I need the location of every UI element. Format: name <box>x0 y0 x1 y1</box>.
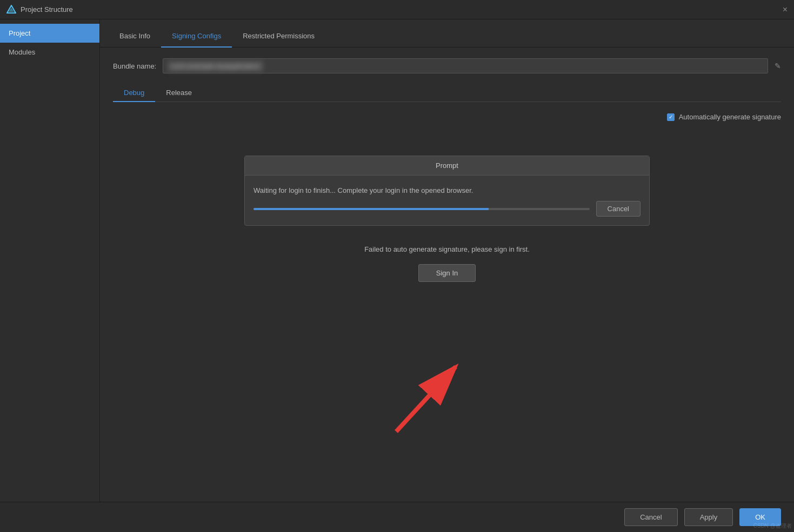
watermark: CSDN @盗理者 <box>753 522 792 530</box>
prompt-progress-bar <box>253 208 590 210</box>
prompt-progress-row: Cancel <box>253 201 640 217</box>
cancel-button[interactable]: Cancel <box>624 508 677 526</box>
title-bar-title: Project Structure <box>21 5 73 14</box>
sidebar-item-modules[interactable]: Modules <box>0 43 99 62</box>
auto-generate-row: Automatically generate signature <box>113 113 781 121</box>
edit-bundle-icon[interactable]: ✎ <box>775 62 781 70</box>
prompt-message: Waiting for login to finish... Complete … <box>253 186 640 194</box>
tab-signing-configs[interactable]: Signing Configs <box>161 25 232 48</box>
sub-tab-debug[interactable]: Debug <box>113 84 155 102</box>
bundle-name-value: com.example.myapplication <box>168 61 263 71</box>
sign-in-button[interactable]: Sign In <box>418 264 476 282</box>
prompt-title: Prompt <box>245 156 649 176</box>
title-bar-left: Project Structure <box>6 5 73 15</box>
bundle-name-label: Bundle name: <box>113 62 156 70</box>
prompt-cancel-button[interactable]: Cancel <box>596 201 640 217</box>
close-button[interactable]: × <box>783 5 788 14</box>
status-message: Failed to auto generate signature, pleas… <box>113 245 781 253</box>
app-logo-icon <box>6 5 16 15</box>
svg-line-3 <box>396 367 456 432</box>
bundle-name-row: Bundle name: com.example.myapplication ✎ <box>113 58 781 73</box>
prompt-body: Waiting for login to finish... Complete … <box>245 176 649 225</box>
content-body: Bundle name: com.example.myapplication ✎… <box>100 48 794 502</box>
tabs-row: Basic Info Signing Configs Restricted Pe… <box>100 19 794 48</box>
sub-tab-release[interactable]: Release <box>155 84 203 102</box>
arrow-annotation <box>364 351 483 437</box>
prompt-dialog: Prompt Waiting for login to finish... Co… <box>244 156 650 226</box>
sidebar-item-project[interactable]: Project <box>0 24 99 43</box>
apply-button[interactable]: Apply <box>684 508 733 526</box>
main-layout: Project Modules Basic Info Signing Confi… <box>0 19 794 502</box>
tab-restricted-permissions[interactable]: Restricted Permissions <box>232 25 325 48</box>
title-bar: Project Structure × <box>0 0 794 19</box>
prompt-progress-fill <box>253 208 489 210</box>
sub-tabs-row: Debug Release <box>113 84 781 102</box>
auto-generate-label: Automatically generate signature <box>679 113 781 121</box>
sidebar: Project Modules <box>0 19 100 502</box>
content-area: Basic Info Signing Configs Restricted Pe… <box>100 19 794 502</box>
tab-basic-info[interactable]: Basic Info <box>109 25 161 48</box>
bottom-bar: Cancel Apply OK <box>0 502 794 532</box>
auto-generate-checkbox[interactable] <box>667 113 675 121</box>
